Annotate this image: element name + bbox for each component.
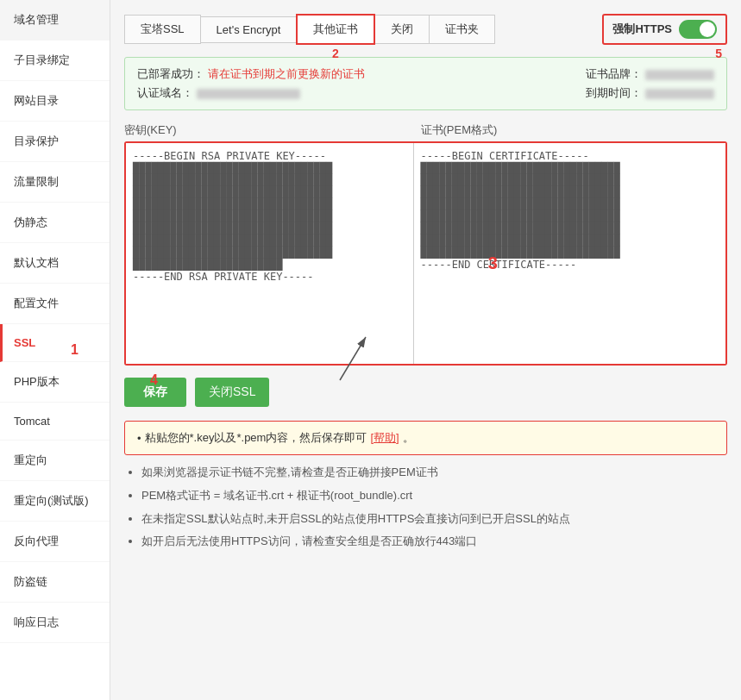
force-https-toggle[interactable]	[679, 20, 717, 39]
success-message: 请在证书到期之前更换新的证书	[208, 67, 365, 80]
bullet-item-2: 在未指定SSL默认站点时,未开启SSL的站点使用HTTPS会直接访问到已开启SS…	[141, 510, 727, 528]
key-textarea[interactable]: -----BEGIN RSA PRIVATE KEY----- ████████…	[126, 143, 414, 364]
cert-textarea[interactable]: -----BEGIN CERTIFICATE----- ████████████…	[414, 143, 725, 364]
sidebar: 域名管理 子目录绑定 网站目录 目录保护 流量限制 伪静态 默认文档 配置文件 …	[0, 0, 110, 700]
sidebar-item-rewrite[interactable]: 伪静态	[0, 203, 110, 243]
expire-value	[645, 89, 714, 99]
success-banner: 已部署成功： 请在证书到期之前更换新的证书 认证域名： 证书品牌： 到期时间：	[124, 57, 727, 110]
sidebar-item-defaultdoc[interactable]: 默认文档	[0, 243, 110, 284]
bullet-item-1: PEM格式证书 = 域名证书.crt + 根证书(root_bundle).cr…	[141, 487, 727, 505]
sidebar-item-redirect-test[interactable]: 重定向(测试版)	[0, 481, 110, 522]
tab-close[interactable]: 关闭	[374, 15, 430, 44]
key-label: 密钥(KEY)	[124, 122, 414, 138]
sidebar-item-dirprotect[interactable]: 目录保护	[0, 122, 110, 162]
sidebar-item-hotlink[interactable]: 防盗链	[0, 562, 110, 603]
bullet-item-3: 如开启后无法使用HTTPS访问，请检查安全组是否正确放行443端口	[141, 533, 727, 551]
sidebar-item-redirect[interactable]: 重定向	[0, 441, 110, 481]
success-right: 证书品牌： 到期时间：	[586, 66, 714, 101]
save-btn-wrapper: 4 保存	[124, 378, 186, 407]
annotation-2: 2	[332, 47, 339, 60]
sidebar-item-domain[interactable]: 域名管理	[0, 0, 110, 41]
brand-value	[645, 70, 714, 80]
tab-cert-folder[interactable]: 证书夹	[429, 15, 495, 44]
annotation-4: 4	[150, 372, 158, 388]
success-left: 已部署成功： 请在证书到期之前更换新的证书 认证域名：	[137, 66, 365, 101]
bullet-dot: •	[137, 432, 141, 445]
bullet-item-0: 如果浏览器提示证书链不完整,请检查是否正确拼接PEM证书	[141, 464, 727, 482]
help-link[interactable]: [帮助]	[370, 430, 399, 446]
tabs-row: 宝塔SSL Let's Encrypt 其他证书 2 关闭 证书夹 强制HTTP…	[124, 14, 727, 45]
sidebar-item-ssl[interactable]: SSL	[0, 324, 110, 362]
sidebar-item-subdir[interactable]: 子目录绑定	[0, 41, 110, 81]
main-content: 宝塔SSL Let's Encrypt 其他证书 2 关闭 证书夹 强制HTTP…	[110, 0, 741, 700]
sidebar-item-config[interactable]: 配置文件	[0, 284, 110, 324]
sidebar-item-webdir[interactable]: 网站目录	[0, 81, 110, 122]
sidebar-item-accesslog[interactable]: 响应日志	[0, 603, 110, 643]
info-suffix: 。	[403, 430, 414, 446]
tab-lets-encrypt[interactable]: Let's Encrypt	[200, 16, 298, 43]
tab-other-cert[interactable]: 其他证书	[296, 14, 375, 45]
success-title: 已部署成功： 请在证书到期之前更换新的证书	[137, 66, 365, 82]
domain-row: 认证域名：	[137, 85, 365, 101]
expire-row: 到期时间：	[586, 85, 714, 101]
info-prefix: 粘贴您的*.key以及*.pem内容，然后保存即可	[145, 430, 367, 446]
bullet-list: 如果浏览器提示证书链不完整,请检查是否正确拼接PEM证书 PEM格式证书 = 域…	[135, 464, 727, 551]
close-ssl-button[interactable]: 关闭SSL	[195, 378, 269, 407]
key-cert-labels: 密钥(KEY) 证书(PEM格式)	[124, 122, 727, 138]
info-line: • 粘贴您的*.key以及*.pem内容，然后保存即可 [帮助] 。	[137, 430, 714, 446]
success-prefix: 已部署成功：	[137, 67, 204, 80]
cert-label: 证书(PEM格式)	[414, 122, 727, 138]
info-box: • 粘贴您的*.key以及*.pem内容，然后保存即可 [帮助] 。	[124, 421, 727, 455]
brand-row: 证书品牌：	[586, 66, 714, 82]
sidebar-item-proxy[interactable]: 反向代理	[0, 522, 110, 562]
sidebar-item-ratelimit[interactable]: 流量限制	[0, 162, 110, 203]
btn-row: 4 保存 关闭SSL	[124, 378, 727, 407]
tab-bt-ssl[interactable]: 宝塔SSL	[124, 15, 201, 44]
sidebar-item-tomcat[interactable]: Tomcat	[0, 403, 110, 441]
annotation-5: 5	[715, 47, 722, 60]
force-https-label: 强制HTTPS	[612, 22, 672, 37]
domain-value	[197, 89, 300, 99]
sidebar-item-php[interactable]: PHP版本	[0, 362, 110, 403]
textareas-container: -----BEGIN RSA PRIVATE KEY----- ████████…	[124, 141, 727, 366]
force-https-area: 强制HTTPS 5	[602, 14, 727, 45]
